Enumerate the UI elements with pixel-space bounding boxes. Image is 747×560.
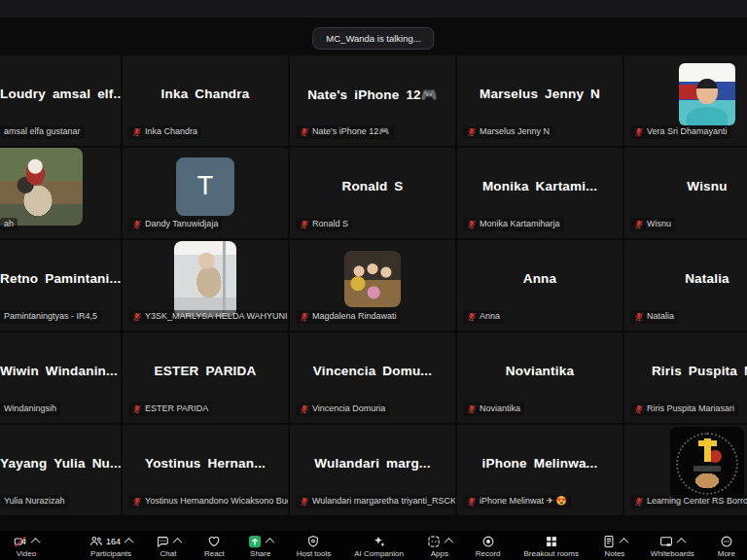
- participant-tile[interactable]: Natalia Natalia: [624, 240, 747, 331]
- toolbar-item-label: Breakout rooms: [524, 550, 579, 558]
- apps-button[interactable]: Apps: [427, 534, 452, 558]
- toolbar-item-label: Whiteboards: [651, 550, 694, 558]
- participant-tile[interactable]: Ronald S Ronald S: [290, 148, 455, 238]
- breakout-rooms-button[interactable]: Breakout rooms: [524, 534, 579, 558]
- toolbar-item-label: Chat: [160, 550, 177, 558]
- meeting-toolbar: Video 164 Participants Chat React: [0, 531, 747, 560]
- participant-tile[interactable]: Learning Center RS Borromeus: [624, 425, 747, 515]
- chevron-up-icon[interactable]: [265, 538, 274, 547]
- participant-tile[interactable]: Nate's iPhone 12🎮 Nate's iPhone 12🎮: [290, 55, 455, 146]
- participant-tile[interactable]: Wisnu Wisnu: [624, 148, 747, 238]
- avatar: [0, 148, 83, 226]
- chat-button[interactable]: Chat: [156, 534, 181, 558]
- avatar: [344, 251, 401, 307]
- participant-name: Natalia: [685, 271, 729, 286]
- participant-label-text: Vincencia Domuria: [312, 403, 385, 415]
- participant-label-text: Windaningsih: [4, 403, 56, 415]
- apps-icon: [427, 535, 441, 548]
- participant-name-label: Wulandari margaretha triyanti_RSCK: [296, 495, 455, 508]
- chevron-up-icon[interactable]: [31, 538, 41, 547]
- participant-name: Wulandari marg...: [314, 456, 430, 471]
- participant-tile[interactable]: Anna Anna: [457, 240, 622, 331]
- participant-label-text: Anna: [480, 311, 500, 323]
- participant-label-text: Wulandari margaretha triyanti_RSCK: [312, 496, 455, 508]
- participants-button[interactable]: 164 Participants: [89, 534, 132, 558]
- participant-tile[interactable]: Riris Puspita Ma Riris Puspita Mariasari: [624, 332, 747, 423]
- ai-companion-button[interactable]: AI Companion: [354, 534, 404, 558]
- mic-muted-icon: [132, 127, 142, 137]
- toolbar-item-label: Video: [17, 550, 36, 558]
- mic-muted-icon: [467, 404, 477, 414]
- chevron-up-icon[interactable]: [444, 538, 453, 547]
- chevron-up-icon[interactable]: [124, 538, 134, 547]
- participant-name-label: Nate's iPhone 12🎮: [296, 125, 394, 139]
- avatar: T: [176, 158, 234, 216]
- participant-label-text: Natalia: [647, 311, 674, 323]
- participant-name-label: Windaningsih: [0, 402, 60, 416]
- react-button[interactable]: React: [204, 534, 225, 558]
- more-button[interactable]: More: [718, 534, 735, 558]
- chevron-up-icon[interactable]: [677, 538, 687, 547]
- participant-tile[interactable]: Loudry amsal elf... amsal elfa gustanar: [0, 55, 121, 146]
- notes-button[interactable]: Notes: [602, 534, 627, 558]
- video-button[interactable]: Video: [14, 534, 39, 558]
- share-icon: [248, 535, 262, 548]
- participant-tile[interactable]: Monika Kartami... Monika Kartamiharja: [457, 148, 622, 238]
- react-icon: [207, 535, 221, 548]
- participant-name: Yostinus Hernan...: [145, 456, 266, 471]
- participant-tile[interactable]: Marselus Jenny N Marselus Jenny N: [457, 55, 622, 146]
- participant-name-label: Wisnu: [630, 218, 675, 231]
- record-button[interactable]: Record: [476, 534, 501, 558]
- participant-tile[interactable]: Wulandari marg... Wulandari margaretha t…: [290, 425, 455, 515]
- participant-tile[interactable]: Vincencia Domu... Vincencia Domuria: [290, 332, 455, 423]
- participant-name: Monika Kartami...: [482, 179, 597, 193]
- participant-tile[interactable]: iPhone Melinwa... iPhone Melinwat ✈ 😍: [457, 425, 622, 515]
- mic-muted-icon: [300, 312, 309, 322]
- mic-muted-icon: [634, 404, 644, 414]
- participant-name-label: Pamintaningtyas - IR4,5: [0, 310, 101, 324]
- share-button[interactable]: Share: [248, 534, 273, 558]
- participant-tile[interactable]: T Dandy Tanuwidjaja: [123, 148, 288, 238]
- toolbar-item-label: AI Companion: [354, 550, 404, 558]
- participant-name: ESTER PARIDA: [155, 364, 257, 378]
- participant-tile[interactable]: Yostinus Hernan... Yostinus Hernandono W…: [123, 425, 288, 515]
- participant-tile[interactable]: Y3SK_MARLYSA HELDA WAHYUNI: [123, 240, 288, 331]
- participant-tile[interactable]: Noviantika Noviantika: [457, 332, 622, 423]
- participant-name-label: Vincencia Domuria: [296, 402, 389, 416]
- participant-tile[interactable]: Inka Chandra Inka Chandra: [123, 55, 288, 146]
- chevron-up-icon[interactable]: [619, 538, 628, 547]
- participant-label-text: Marselus Jenny N: [480, 126, 550, 138]
- mic-muted-icon: [132, 312, 142, 322]
- participant-tile[interactable]: Retno Pamintani... Pamintaningtyas - IR4…: [0, 240, 121, 331]
- participant-label-text: Learning Center RS Borromeus: [647, 496, 747, 508]
- participant-tile[interactable]: Yayang Yulia Nu... Yulia Nurazizah: [0, 425, 121, 515]
- mic-muted-icon: [132, 220, 142, 229]
- participant-label-text: Ronald S: [312, 219, 348, 230]
- participant-name: Ronald S: [341, 179, 403, 193]
- participant-tile[interactable]: Magdalena Rindawati: [290, 240, 455, 331]
- mic-muted-icon: [132, 404, 142, 414]
- chevron-up-icon[interactable]: [173, 538, 183, 547]
- record-icon: [481, 535, 495, 548]
- window-top-strip: [0, 0, 747, 18]
- participant-label-text: iPhone Melinwat ✈ 😍: [480, 496, 567, 508]
- participant-tile[interactable]: ESTER PARIDA ESTER PARIDA: [123, 332, 288, 423]
- mic-muted-icon: [467, 220, 477, 229]
- participant-tile[interactable]: ah: [0, 148, 121, 238]
- participant-label-text: Riris Puspita Mariasari: [647, 403, 734, 415]
- participant-label-text: Inka Chandra: [145, 126, 197, 138]
- mic-muted-icon: [300, 220, 309, 229]
- whiteboards-button[interactable]: Whiteboards: [651, 534, 694, 558]
- mic-muted-icon: [634, 497, 644, 507]
- participant-tile[interactable]: Vera Sri Dhamayanti: [624, 55, 747, 146]
- mic-muted-icon: [132, 497, 142, 507]
- participant-name-label: Dandy Tanuwidjaja: [128, 218, 222, 231]
- participant-name-label: Magdalena Rindawati: [296, 310, 401, 324]
- participant-name-label: Riris Puspita Mariasari: [630, 402, 738, 416]
- participant-tile[interactable]: Wiwin Windanin... Windaningsih: [0, 332, 121, 423]
- zoom-meeting-window: MC_Wanda is talking... Loudry amsal elf.…: [0, 0, 747, 560]
- participants-count: 164: [106, 537, 121, 546]
- host-tools-button[interactable]: Host tools: [297, 534, 332, 558]
- more-icon: [720, 535, 733, 548]
- avatar: [670, 427, 744, 501]
